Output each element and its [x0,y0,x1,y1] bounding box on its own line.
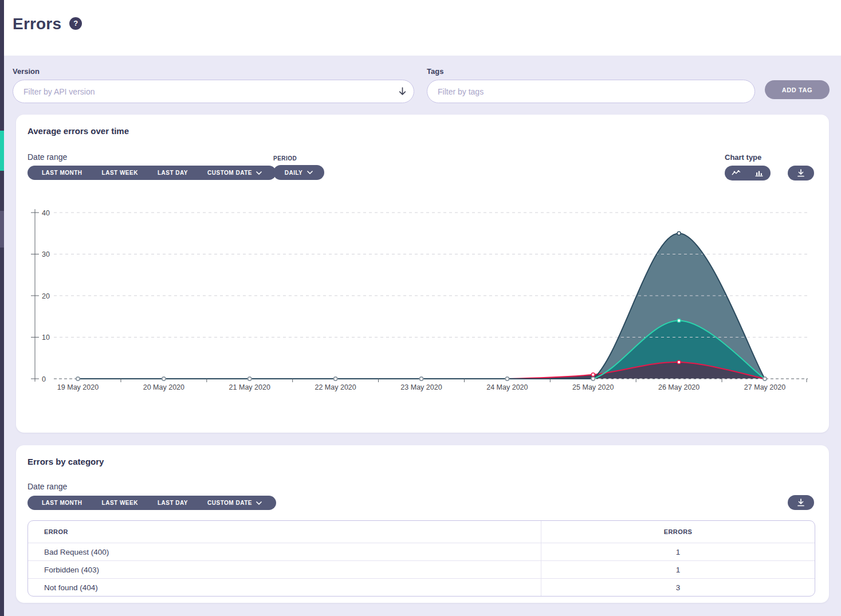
svg-text:26 May 2020: 26 May 2020 [658,383,699,391]
page-title-text: Errors [13,15,61,33]
svg-text:20: 20 [42,292,50,300]
svg-text:25 May 2020: 25 May 2020 [572,383,614,391]
date-range-button-group: LAST MONTHLAST WEEKLAST DAYCUSTOM DATE [27,496,276,510]
svg-text:10: 10 [42,333,50,342]
download-table-button[interactable] [788,495,814,510]
table-row: Not found (404)3 [28,579,815,597]
errors-over-time-card: Average errors over time Date range LAST… [16,115,829,433]
svg-text:0: 0 [42,375,46,383]
column-header-errors: ERRORS [541,521,815,543]
download-icon [797,499,805,507]
svg-text:24 May 2020: 24 May 2020 [486,383,528,391]
table-header-row: ERROR ERRORS [28,521,815,543]
svg-text:19 May 2020: 19 May 2020 [57,383,99,391]
version-filter-input[interactable] [13,80,414,103]
svg-text:20 May 2020: 20 May 2020 [143,383,184,391]
error-name-cell: Forbidden (403) [28,561,541,579]
error-name-cell: Bad Request (400) [28,543,541,561]
top-header: Errors? [4,0,841,56]
tags-label: Tags [427,67,443,76]
errors-table: ERROR ERRORS Bad Request (400)1Forbidden… [27,520,815,597]
chevron-down-icon [256,501,262,505]
date-range-label: Date range [27,482,67,491]
svg-text:27 May 2020: 27 May 2020 [744,383,785,391]
date-range-last-week-button[interactable]: LAST WEEK [92,496,148,510]
svg-text:30: 30 [42,250,50,258]
errors-over-time-chart: 01020304019 May 202020 May 202021 May 20… [16,115,829,433]
add-tag-button[interactable]: ADD TAG [765,80,830,99]
version-label: Version [13,67,40,76]
error-count-cell: 1 [541,543,815,561]
error-count-cell: 3 [541,579,815,597]
table-row: Forbidden (403)1 [28,561,815,579]
column-header-error: ERROR [28,521,541,543]
svg-text:40: 40 [42,209,50,217]
date-range-last-day-button[interactable]: LAST DAY [148,496,198,510]
help-icon[interactable]: ? [69,17,82,30]
svg-text:21 May 2020: 21 May 2020 [229,383,270,391]
sidebar-active-indicator [0,131,4,171]
sidebar-scroll-thumb [0,211,4,248]
date-range-last-month-button[interactable]: LAST MONTH [32,496,92,510]
error-count-cell: 1 [541,561,815,579]
tags-filter-input[interactable] [427,80,755,103]
date-range-custom-date-button[interactable]: CUSTOM DATE [198,496,272,510]
dropdown-arrow-icon[interactable] [398,87,407,96]
error-name-cell: Not found (404) [28,579,541,597]
table-row: Bad Request (400)1 [28,543,815,561]
errors-by-category-card: Errors by category Date range LAST MONTH… [16,445,829,603]
collapsed-sidebar [0,0,4,616]
card-title: Errors by category [27,457,104,466]
svg-text:23 May 2020: 23 May 2020 [400,383,442,391]
page-title: Errors? [13,15,82,33]
svg-text:22 May 2020: 22 May 2020 [315,383,356,391]
